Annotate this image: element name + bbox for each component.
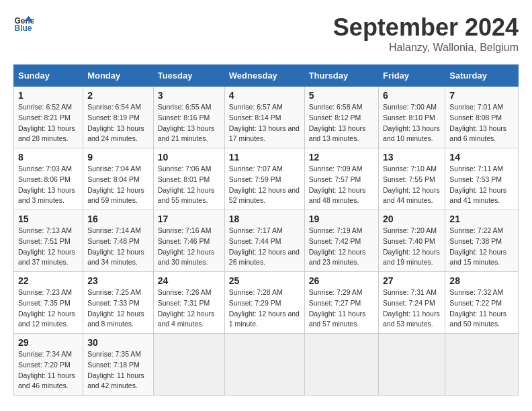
table-row: 23Sunrise: 7:25 AMSunset: 7:33 PMDayligh… (83, 272, 154, 334)
logo-icon: General Blue (13, 13, 34, 34)
day-number: 3 (158, 90, 220, 101)
day-detail: Sunrise: 7:01 AMSunset: 8:08 PMDaylight:… (449, 102, 514, 144)
day-number: 11 (229, 152, 300, 163)
day-detail: Sunrise: 6:58 AMSunset: 8:12 PMDaylight:… (309, 102, 374, 144)
day-number: 9 (87, 152, 149, 163)
day-detail: Sunrise: 7:19 AMSunset: 7:42 PMDaylight:… (309, 226, 374, 268)
day-number: 23 (87, 275, 149, 286)
day-detail: Sunrise: 7:10 AMSunset: 7:55 PMDaylight:… (383, 164, 441, 206)
col-sunday: Sunday (14, 65, 83, 87)
day-detail: Sunrise: 7:25 AMSunset: 7:33 PMDaylight:… (87, 287, 149, 330)
day-detail: Sunrise: 6:55 AMSunset: 8:16 PMDaylight:… (158, 102, 220, 144)
day-detail: Sunrise: 6:57 AMSunset: 8:14 PMDaylight:… (229, 102, 300, 144)
day-detail: Sunrise: 7:31 AMSunset: 7:24 PMDaylight:… (383, 287, 441, 330)
col-thursday: Thursday (304, 65, 378, 87)
day-number: 6 (383, 90, 441, 101)
day-detail: Sunrise: 7:17 AMSunset: 7:44 PMDaylight:… (229, 226, 300, 268)
day-number: 21 (449, 214, 514, 224)
day-number: 19 (309, 214, 374, 224)
calendar-week-row: 8Sunrise: 7:03 AMSunset: 8:06 PMDaylight… (14, 148, 519, 210)
day-number: 7 (449, 90, 514, 101)
table-row: 6Sunrise: 7:00 AMSunset: 8:10 PMDaylight… (379, 87, 445, 148)
table-row: 27Sunrise: 7:31 AMSunset: 7:24 PMDayligh… (379, 272, 445, 334)
table-row: 24Sunrise: 7:26 AMSunset: 7:31 PMDayligh… (153, 272, 224, 334)
day-detail: Sunrise: 7:06 AMSunset: 8:01 PMDaylight:… (158, 164, 220, 206)
calendar-week-row: 1Sunrise: 6:52 AMSunset: 8:21 PMDaylight… (14, 87, 519, 148)
table-row (304, 334, 378, 396)
table-row: 15Sunrise: 7:13 AMSunset: 7:51 PMDayligh… (14, 210, 83, 272)
table-row: 12Sunrise: 7:09 AMSunset: 7:57 PMDayligh… (304, 148, 378, 210)
calendar-week-row: 15Sunrise: 7:13 AMSunset: 7:51 PMDayligh… (14, 210, 519, 272)
table-row: 9Sunrise: 7:04 AMSunset: 8:04 PMDaylight… (83, 148, 154, 210)
day-number: 22 (18, 275, 79, 286)
logo: General Blue (13, 13, 34, 34)
table-row: 17Sunrise: 7:16 AMSunset: 7:46 PMDayligh… (153, 210, 224, 272)
table-row: 29Sunrise: 7:34 AMSunset: 7:20 PMDayligh… (14, 334, 83, 396)
header-row: Sunday Monday Tuesday Wednesday Thursday… (14, 65, 519, 87)
table-row: 2Sunrise: 6:54 AMSunset: 8:19 PMDaylight… (83, 87, 154, 148)
table-row: 7Sunrise: 7:01 AMSunset: 8:08 PMDaylight… (445, 87, 519, 148)
day-number: 25 (229, 275, 300, 286)
month-title: September 2024 (333, 13, 519, 42)
table-row: 8Sunrise: 7:03 AMSunset: 8:06 PMDaylight… (14, 148, 83, 210)
day-number: 29 (18, 337, 79, 348)
title-area: September 2024 Halanzy, Wallonia, Belgiu… (333, 13, 519, 54)
day-number: 5 (309, 90, 374, 101)
day-number: 15 (18, 214, 79, 224)
table-row: 18Sunrise: 7:17 AMSunset: 7:44 PMDayligh… (224, 210, 304, 272)
day-detail: Sunrise: 7:16 AMSunset: 7:46 PMDaylight:… (158, 226, 220, 268)
day-number: 27 (383, 275, 441, 286)
table-row: 3Sunrise: 6:55 AMSunset: 8:16 PMDaylight… (153, 87, 224, 148)
calendar-week-row: 22Sunrise: 7:23 AMSunset: 7:35 PMDayligh… (14, 272, 519, 334)
table-row: 13Sunrise: 7:10 AMSunset: 7:55 PMDayligh… (379, 148, 445, 210)
table-row (445, 334, 519, 396)
day-detail: Sunrise: 7:28 AMSunset: 7:29 PMDaylight:… (229, 287, 300, 330)
day-number: 26 (309, 275, 374, 286)
day-number: 1 (18, 90, 79, 101)
calendar-table: Sunday Monday Tuesday Wednesday Thursday… (13, 64, 519, 396)
table-row: 1Sunrise: 6:52 AMSunset: 8:21 PMDaylight… (14, 87, 83, 148)
table-row (224, 334, 304, 396)
table-row (153, 334, 224, 396)
day-detail: Sunrise: 7:13 AMSunset: 7:51 PMDaylight:… (18, 226, 79, 268)
day-number: 30 (87, 337, 149, 348)
day-detail: Sunrise: 7:00 AMSunset: 8:10 PMDaylight:… (383, 102, 441, 144)
day-detail: Sunrise: 7:22 AMSunset: 7:38 PMDaylight:… (449, 226, 514, 268)
day-detail: Sunrise: 7:34 AMSunset: 7:20 PMDaylight:… (18, 349, 79, 392)
table-row: 11Sunrise: 7:07 AMSunset: 7:59 PMDayligh… (224, 148, 304, 210)
day-number: 13 (383, 152, 441, 163)
day-number: 2 (87, 90, 149, 101)
day-number: 20 (383, 214, 441, 224)
day-number: 8 (18, 152, 79, 163)
calendar-week-row: 29Sunrise: 7:34 AMSunset: 7:20 PMDayligh… (14, 334, 519, 396)
day-detail: Sunrise: 7:32 AMSunset: 7:22 PMDaylight:… (449, 287, 514, 330)
day-number: 24 (158, 275, 220, 286)
table-row: 20Sunrise: 7:20 AMSunset: 7:40 PMDayligh… (379, 210, 445, 272)
day-detail: Sunrise: 7:20 AMSunset: 7:40 PMDaylight:… (383, 226, 441, 268)
day-number: 28 (449, 275, 514, 286)
day-number: 12 (309, 152, 374, 163)
day-detail: Sunrise: 7:29 AMSunset: 7:27 PMDaylight:… (309, 287, 374, 330)
table-row: 19Sunrise: 7:19 AMSunset: 7:42 PMDayligh… (304, 210, 378, 272)
table-row: 14Sunrise: 7:11 AMSunset: 7:53 PMDayligh… (445, 148, 519, 210)
day-detail: Sunrise: 7:14 AMSunset: 7:48 PMDaylight:… (87, 226, 149, 268)
table-row: 28Sunrise: 7:32 AMSunset: 7:22 PMDayligh… (445, 272, 519, 334)
day-detail: Sunrise: 7:09 AMSunset: 7:57 PMDaylight:… (309, 164, 374, 206)
table-row: 25Sunrise: 7:28 AMSunset: 7:29 PMDayligh… (224, 272, 304, 334)
col-monday: Monday (83, 65, 154, 87)
col-wednesday: Wednesday (224, 65, 304, 87)
day-detail: Sunrise: 6:52 AMSunset: 8:21 PMDaylight:… (18, 102, 79, 144)
table-row (379, 334, 445, 396)
table-row: 22Sunrise: 7:23 AMSunset: 7:35 PMDayligh… (14, 272, 83, 334)
col-tuesday: Tuesday (153, 65, 224, 87)
day-detail: Sunrise: 7:07 AMSunset: 7:59 PMDaylight:… (229, 164, 300, 206)
day-detail: Sunrise: 7:26 AMSunset: 7:31 PMDaylight:… (158, 287, 220, 330)
table-row: 16Sunrise: 7:14 AMSunset: 7:48 PMDayligh… (83, 210, 154, 272)
day-detail: Sunrise: 7:11 AMSunset: 7:53 PMDaylight:… (449, 164, 514, 206)
day-detail: Sunrise: 7:23 AMSunset: 7:35 PMDaylight:… (18, 287, 79, 330)
location-title: Halanzy, Wallonia, Belgium (333, 42, 519, 54)
table-row: 21Sunrise: 7:22 AMSunset: 7:38 PMDayligh… (445, 210, 519, 272)
table-row: 30Sunrise: 7:35 AMSunset: 7:18 PMDayligh… (83, 334, 154, 396)
day-number: 10 (158, 152, 220, 163)
col-saturday: Saturday (445, 65, 519, 87)
